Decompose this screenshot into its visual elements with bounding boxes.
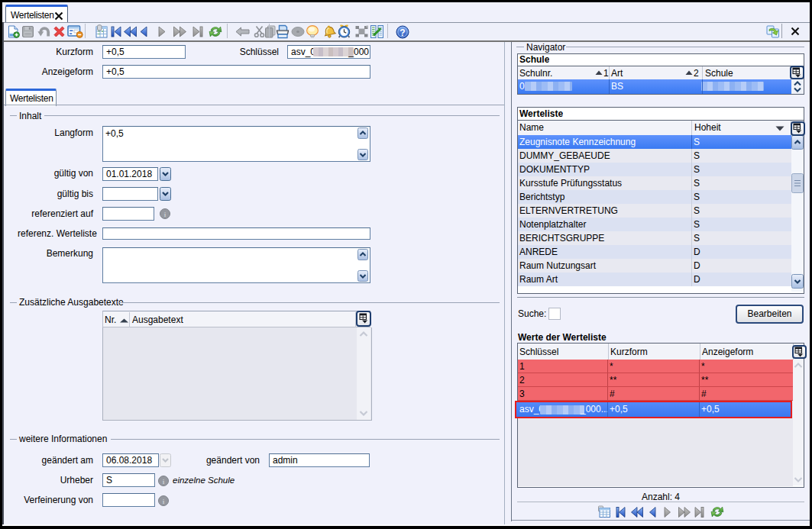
svg-text:?: ? <box>400 27 405 38</box>
